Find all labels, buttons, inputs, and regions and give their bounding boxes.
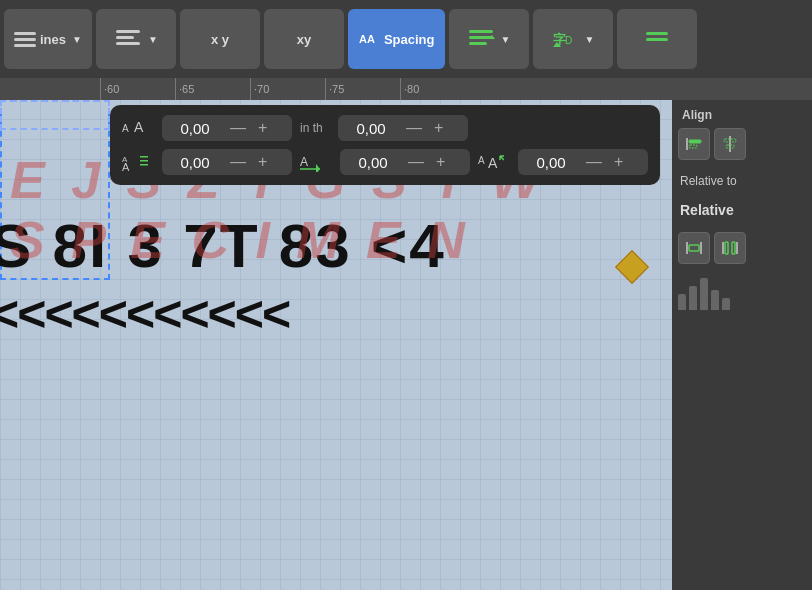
spacing-increment-1[interactable]: + (256, 119, 269, 137)
extra-button[interactable] (617, 9, 697, 69)
svg-text:A: A (134, 119, 144, 135)
spacing-value-3: 0,00 (170, 154, 220, 171)
hist-bar-4 (711, 290, 719, 310)
distribute-left-icon (684, 238, 704, 258)
svg-rect-28 (686, 138, 688, 150)
align-section: Align (678, 108, 806, 160)
xy2-button[interactable]: xy (264, 9, 344, 69)
spacing-row-1: A A 0,00 — + in th 0,00 — + (122, 115, 648, 141)
scale-icon: A A (478, 152, 510, 172)
svg-rect-4 (116, 36, 134, 39)
ruler-mark-70: ·70 (250, 78, 325, 100)
spacing-value-1: 0,00 (170, 120, 220, 137)
svg-rect-3 (116, 30, 140, 33)
hist-bar-3 (700, 278, 708, 310)
canvas-text-row2: <<<<<<<<<<< (0, 285, 289, 343)
spacing-decrement-4[interactable]: — (406, 153, 426, 171)
svg-text:A: A (122, 123, 129, 134)
align-buttons-row (678, 128, 806, 160)
svg-rect-40 (732, 242, 735, 254)
histogram-section (678, 274, 806, 314)
leading-icon: A A (122, 152, 154, 172)
svg-text:A: A (300, 155, 308, 169)
right-panel: Align Relat (672, 100, 812, 590)
svg-rect-0 (14, 32, 36, 35)
align-center-btn[interactable] (714, 128, 746, 160)
hist-bar-5 (722, 298, 730, 310)
lines-button[interactable]: ines ▼ (4, 9, 92, 69)
distribute-left-btn[interactable] (678, 232, 710, 264)
spacing-panel: A A 0,00 — + in th 0,00 — + (110, 105, 660, 185)
hist-bar-1 (678, 294, 686, 310)
svg-rect-31 (729, 136, 731, 152)
ruler-mark-75: ·75 (325, 78, 400, 100)
spacing-increment-3[interactable]: + (256, 153, 269, 171)
align-button[interactable]: ▼ (96, 9, 176, 69)
spacing-decrement-2[interactable]: — (404, 119, 424, 137)
ruler-mark-65: ·65 (175, 78, 250, 100)
align-center-icon (720, 134, 740, 154)
relative-to-label: Relative to (678, 170, 806, 192)
align-icon (114, 28, 142, 50)
lines-icon (14, 28, 36, 50)
svg-text:AA: AA (359, 33, 375, 45)
spacing-input-5: 0,00 — + (518, 149, 648, 175)
ruler-mark-60: ·60 (100, 78, 175, 100)
canvas-text-row1: S 8I 3 7T 83 <4 (0, 210, 446, 281)
spacing-increment-4[interactable]: + (434, 153, 447, 171)
spacing-in-label: in th (300, 121, 330, 135)
relative-label: Relative (678, 198, 806, 222)
spacing-value-2: 0,00 (346, 120, 396, 137)
distribute-buttons-row (678, 232, 806, 264)
extra-icon (646, 28, 668, 50)
arrow-icon (467, 28, 495, 50)
align-caret: ▼ (148, 34, 158, 45)
svg-rect-21 (140, 160, 148, 162)
align-left-btn[interactable] (678, 128, 710, 160)
spacing-decrement-1[interactable]: — (228, 119, 248, 137)
baseline-icon: A (300, 152, 332, 172)
spacing-label: Spacing (384, 32, 435, 47)
svg-rect-14 (646, 32, 668, 35)
hist-bar-2 (689, 286, 697, 310)
spacing-row-2: A A 0,00 — + A (122, 149, 648, 175)
spacing-button[interactable]: AA Spacing (348, 9, 445, 69)
align-title: Align (678, 108, 806, 122)
svg-text:A: A (488, 155, 498, 171)
lines-caret: ▼ (72, 34, 82, 45)
chars-button[interactable]: 字 D ▼ (533, 9, 613, 69)
xy-button[interactable]: x y (180, 9, 260, 69)
spacing-increment-2[interactable]: + (432, 119, 445, 137)
relative-section: Relative to Relative (678, 170, 806, 222)
ruler-marks: ·60 ·65 ·70 ·75 ·80 (100, 78, 812, 100)
arrow-button[interactable]: ▼ (449, 9, 529, 69)
chars-caret: ▼ (585, 34, 595, 45)
chars-icon: 字 D (551, 28, 579, 50)
distribute-right-icon (720, 238, 740, 258)
distribute-section (678, 232, 806, 264)
svg-rect-7 (469, 30, 493, 33)
spacing-input-4: 0,00 — + (340, 149, 470, 175)
svg-rect-36 (689, 245, 699, 251)
spacing-decrement-3[interactable]: — (228, 153, 248, 171)
svg-rect-30 (689, 145, 697, 148)
svg-text:D: D (565, 35, 572, 46)
svg-rect-15 (646, 38, 668, 41)
svg-rect-38 (736, 242, 738, 254)
ruler: ·60 ·65 ·70 ·75 ·80 (0, 78, 812, 100)
ruler-mark-80: ·80 (400, 78, 475, 100)
main-toolbar: ines ▼ ▼ x y xy AA Spacing ▼ 字 D (0, 0, 812, 78)
spacing-increment-5[interactable]: + (612, 153, 625, 171)
spacing-decrement-5[interactable]: — (584, 153, 604, 171)
svg-rect-39 (725, 242, 728, 254)
spacing-value-5: 0,00 (526, 154, 576, 171)
svg-rect-20 (140, 156, 148, 158)
align-left-icon (684, 134, 704, 154)
spacing-value-4: 0,00 (348, 154, 398, 171)
xy-label: x y (211, 32, 229, 47)
svg-text:A: A (122, 161, 130, 172)
distribute-right-btn[interactable] (714, 232, 746, 264)
svg-rect-2 (14, 44, 36, 47)
canvas-area[interactable]: S 8I 3 7T 83 <4 <<<<<<<<<<< E J S Z Y G … (0, 100, 672, 590)
svg-rect-1 (14, 38, 36, 41)
